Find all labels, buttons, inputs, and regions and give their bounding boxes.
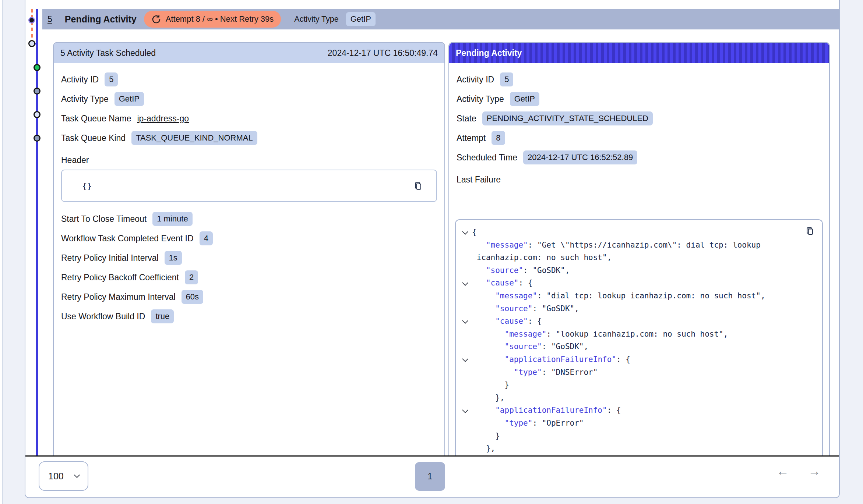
event-title: Pending Activity <box>65 14 137 25</box>
collapse-toggle[interactable] <box>459 353 472 366</box>
code-text: "source": "GoSDK", <box>472 302 579 315</box>
code-line: "message": "lookup icanhazip.com: no suc… <box>459 328 818 341</box>
page-number: 1 <box>427 471 432 482</box>
code-line: "type": "OpError" <box>459 417 818 430</box>
chevron-down-icon <box>74 474 80 478</box>
json-key: "source" <box>505 342 542 351</box>
retry-icon <box>151 14 161 24</box>
json-key: "message" <box>505 330 547 338</box>
field-label: Scheduled Time <box>457 153 517 163</box>
code-text: "applicationFailureInfo": { <box>472 404 621 417</box>
json-key: "cause" <box>486 278 519 287</box>
code-line: } <box>459 430 818 443</box>
pagination-footer: 100 1 ← → <box>25 457 839 497</box>
code-gutter <box>459 442 472 455</box>
code-line: "cause": { <box>459 277 818 290</box>
retry-badge: Attempt 8 / ∞ • Next Retry 39s <box>144 11 281 28</box>
left-gutter <box>0 0 3 504</box>
field-row: Retry Policy Backoff Coefficient2 <box>61 270 437 285</box>
activity-task-scheduled-panel: 5 Activity Task Scheduled 2024-12-17 UTC… <box>53 42 445 455</box>
field-label: Retry Policy Backoff Coefficient <box>61 273 179 283</box>
collapse-toggle[interactable] <box>459 226 472 239</box>
copy-icon <box>413 181 423 191</box>
next-page-arrow[interactable]: → <box>808 465 821 477</box>
code-gutter <box>459 328 472 341</box>
code-line: { <box>459 226 818 239</box>
code-gutter <box>459 430 472 443</box>
event-id: 5 <box>47 14 52 24</box>
field-label: Activity Type <box>61 94 109 104</box>
previous-page-arrow[interactable]: ← <box>776 465 789 477</box>
page-size-select[interactable]: 100 <box>39 461 88 491</box>
page-1-button[interactable]: 1 <box>415 462 445 491</box>
right-panel-title: Pending Activity <box>456 48 522 58</box>
page-size-value: 100 <box>48 471 64 482</box>
right-panel-header: Pending Activity <box>449 43 829 63</box>
event-group-header-row[interactable]: 5 Pending Activity Attempt 8 / ∞ • Next … <box>42 9 839 29</box>
task-queue-link[interactable]: ip-address-go <box>137 114 189 124</box>
field-row: Activity TypeGetIP <box>61 92 437 106</box>
code-text: "message": "dial tcp: lookup icanhazip.c… <box>472 290 765 302</box>
field-value-badge: 2024-12-17 UTC 16:52:52.89 <box>523 150 637 164</box>
json-key: "applicationFailureInfo" <box>505 355 616 364</box>
code-line: icanhazip.com: no such host", <box>459 251 818 264</box>
field-row: Task Queue Nameip-address-go <box>61 111 437 126</box>
code-gutter <box>459 379 472 391</box>
json-key: "source" <box>486 266 523 275</box>
activity-type-label: Activity Type <box>294 15 338 24</box>
left-fields-bottom: Start To Close Timeout1 minuteWorkflow T… <box>61 207 437 329</box>
header-payload-content: {} <box>82 181 92 191</box>
code-line: }, <box>459 442 818 455</box>
code-text: "applicationFailureInfo": { <box>472 353 630 366</box>
timeline-line <box>36 9 38 455</box>
code-gutter <box>459 417 472 430</box>
code-text: } <box>472 379 509 391</box>
field-value-badge: 5 <box>105 72 118 86</box>
field-value-badge: 8 <box>492 131 505 145</box>
json-key: "applicationFailureInfo" <box>495 406 607 415</box>
collapse-toggle[interactable] <box>459 277 472 290</box>
timeline-event-dot <box>28 40 35 47</box>
field-value-badge: true <box>151 309 174 323</box>
field-row: Task Queue KindTASK_QUEUE_KIND_NORMAL <box>61 131 437 145</box>
code-text: "source": "GoSDK", <box>472 340 588 353</box>
code-line: "type": "DNSError" <box>459 366 818 379</box>
code-line: "applicationFailureInfo": { <box>459 404 818 417</box>
copy-button[interactable] <box>805 226 815 236</box>
code-line: } <box>459 379 818 391</box>
field-value-badge: 2 <box>185 270 198 284</box>
json-code-content: { "message": "Get \"https://icanhazip.co… <box>456 220 822 455</box>
code-text: "message": "lookup icanhazip.com: no suc… <box>472 328 728 341</box>
json-key: "type" <box>514 368 542 377</box>
copy-button[interactable] <box>413 181 423 191</box>
timeline-current-event-dot <box>28 17 35 24</box>
timeline-event-dot <box>34 111 40 118</box>
code-text: "source": "GoSDK", <box>472 264 570 277</box>
field-value-badge: PENDING_ACTIVITY_STATE_SCHEDULED <box>482 111 653 125</box>
collapse-toggle[interactable] <box>459 404 472 417</box>
chevron-down-icon <box>462 318 468 324</box>
activity-type-badge: GetIP <box>346 12 376 26</box>
timeline-event-dot <box>34 88 40 95</box>
field-value-badge: 1 minute <box>152 212 192 226</box>
code-text: }, <box>472 391 505 404</box>
code-text: "type": "OpError" <box>472 417 584 430</box>
field-row: Retry Policy Maximum Interval60s <box>61 290 437 304</box>
code-gutter <box>459 340 472 353</box>
code-text: "message": "Get \"https://icanhazip.com\… <box>472 239 761 252</box>
field-label: State <box>457 114 476 124</box>
code-text: } <box>472 430 500 443</box>
code-text: }, <box>472 442 495 455</box>
chevron-down-icon <box>462 407 468 413</box>
right-fields: Activity ID5Activity TypeGetIPStatePENDI… <box>457 68 822 170</box>
left-fields-top: Activity ID5Activity TypeGetIPTask Queue… <box>61 68 437 150</box>
json-key: "source" <box>495 304 532 313</box>
workflow-events-card: 5 Pending Activity Attempt 8 / ∞ • Next … <box>25 0 840 498</box>
field-label: Task Queue Kind <box>61 133 126 143</box>
code-line: "source": "GoSDK", <box>459 340 818 353</box>
collapse-toggle[interactable] <box>459 315 472 328</box>
code-text: { <box>472 226 477 239</box>
chevron-down-icon <box>462 356 468 362</box>
field-value-badge: GetIP <box>510 92 539 106</box>
field-value-badge: TASK_QUEUE_KIND_NORMAL <box>131 131 257 145</box>
